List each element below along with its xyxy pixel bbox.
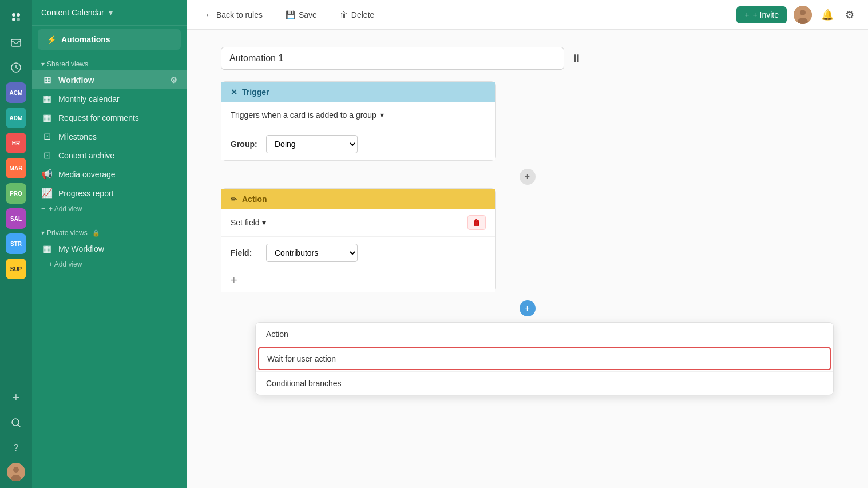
lock-icon: 🔒 xyxy=(92,229,100,237)
chevron-icon-private: ▾ xyxy=(41,229,45,237)
sidebar-item-milestones[interactable]: ⊡ Milestones xyxy=(32,127,187,146)
sidebar-item-my-workflow[interactable]: ▦ My Workflow xyxy=(32,239,187,258)
trigger-block-header: ✕ Trigger xyxy=(221,82,495,102)
delete-button[interactable]: 🗑 Delete xyxy=(333,7,381,23)
trigger-type-row[interactable]: Triggers when a card is added to a group… xyxy=(221,102,495,128)
sidebar-item-monthly-calendar[interactable]: ▦ Monthly calendar xyxy=(32,89,187,108)
topbar-right: + + Invite 🔔 ⚙ xyxy=(736,6,857,24)
sidebar-item-media-coverage[interactable]: 📢 Media coverage xyxy=(32,165,187,184)
add-icon: + xyxy=(231,274,237,287)
automations-label: Automations xyxy=(61,35,110,44)
workspace-sal[interactable]: SAL xyxy=(6,208,26,229)
connector-add-btn-blue[interactable]: + xyxy=(520,300,536,316)
pause-icon: ⏸ xyxy=(571,52,582,65)
user-avatar-topbar[interactable] xyxy=(794,6,812,24)
connector-blue: + xyxy=(221,297,834,320)
logo-icon[interactable] xyxy=(6,7,26,27)
action-block: ✏ Action Set field ▾ 🗑 Field: xyxy=(221,188,496,292)
connector-gray: + xyxy=(221,165,834,188)
workspace-sup[interactable]: SUP xyxy=(6,259,26,279)
action-type-row[interactable]: Set field ▾ 🗑 xyxy=(221,209,495,236)
workspace-acm[interactable]: ACM xyxy=(6,82,26,103)
dropdown-item-wait-user-action[interactable]: Wait for user action xyxy=(258,347,831,370)
workspace-pro[interactable]: PRO xyxy=(6,183,26,204)
user-avatar-rail[interactable] xyxy=(7,463,25,481)
connector-add-btn-gray[interactable]: + xyxy=(520,169,536,185)
back-to-rules-button[interactable]: ← Back to rules xyxy=(198,7,269,23)
workspace-mar[interactable]: MAR xyxy=(6,158,26,178)
bell-icon-button[interactable]: 🔔 xyxy=(819,6,836,23)
trigger-group-select[interactable]: Doing To Do Done In Review xyxy=(266,135,358,153)
pause-button[interactable]: ⏸ xyxy=(571,52,582,65)
action-dropdown-arrow: ▾ xyxy=(262,218,266,227)
settings-icon-button[interactable]: ⚙ xyxy=(843,6,857,23)
save-icon: 💾 xyxy=(286,10,295,19)
workspace-adm[interactable]: ADM xyxy=(6,108,26,128)
svg-point-6 xyxy=(12,419,19,426)
sidebar-header[interactable]: Content Calendar ▾ xyxy=(32,0,187,26)
topbar: ← Back to rules 💾 Save 🗑 Delete + + Invi… xyxy=(187,0,868,30)
topbar-left: ← Back to rules 💾 Save 🗑 Delete xyxy=(198,7,725,23)
add-private-view-icon: + xyxy=(41,260,45,268)
dropdown-item-conditional-branches[interactable]: Conditional branches xyxy=(256,372,833,395)
invite-button[interactable]: + + Invite xyxy=(736,6,787,23)
chevron-icon: ▾ xyxy=(41,60,45,68)
svg-point-8 xyxy=(13,467,19,473)
automations-item[interactable]: ⚡ Automations xyxy=(38,29,181,50)
inbox-icon[interactable] xyxy=(6,32,26,53)
workspace-str[interactable]: STR xyxy=(6,233,26,254)
svg-point-1 xyxy=(17,13,20,17)
sidebar-chevron: ▾ xyxy=(109,8,113,17)
sidebar: Content Calendar ▾ ⚡ Automations ▾ Share… xyxy=(32,0,187,488)
trigger-dropdown-arrow: ▾ xyxy=(380,110,384,120)
back-arrow-icon: ← xyxy=(205,10,213,19)
media-coverage-icon: 📢 xyxy=(41,169,53,180)
delete-icon: 🗑 xyxy=(340,10,348,19)
add-action-field-button[interactable]: + xyxy=(221,269,495,292)
bolt-icon: ⚡ xyxy=(47,35,57,44)
add-private-view[interactable]: + + Add view xyxy=(32,258,187,273)
sidebar-item-content-archive[interactable]: ⊡ Content archive xyxy=(32,146,187,165)
save-button[interactable]: 💾 Save xyxy=(279,7,324,23)
main-area: ← Back to rules 💾 Save 🗑 Delete + + Invi… xyxy=(187,0,868,488)
automation-name-row: ⏸ xyxy=(221,47,834,70)
clock-icon[interactable] xyxy=(6,57,26,78)
trigger-block-body: Triggers when a card is added to a group… xyxy=(221,102,495,160)
add-workspace-icon[interactable]: + xyxy=(6,387,26,408)
workspace-hr[interactable]: HR xyxy=(6,133,26,153)
workflow-icon: ⊞ xyxy=(41,74,53,85)
dropdown-divider xyxy=(256,346,833,346)
content-archive-icon: ⊡ xyxy=(41,150,53,161)
trigger-icon: ✕ xyxy=(231,88,237,97)
action-field-row: Field: Contributors Assignee Status Due … xyxy=(221,236,495,269)
search-icon[interactable] xyxy=(6,412,26,433)
add-shared-view[interactable]: + + Add view xyxy=(32,203,187,217)
action-field-select[interactable]: Contributors Assignee Status Due Date xyxy=(266,244,358,262)
delete-action-button[interactable]: 🗑 xyxy=(467,215,486,230)
shared-views-section: ▾ Shared views ⊞ Workflow ⚙ ▦ Monthly ca… xyxy=(32,53,187,222)
sidebar-item-workflow[interactable]: ⊞ Workflow ⚙ xyxy=(32,70,187,89)
request-comments-icon: ▦ xyxy=(41,112,53,123)
sidebar-item-request-comments[interactable]: ▦ Request for comments xyxy=(32,108,187,127)
action-block-header: ✏ Action xyxy=(221,189,495,209)
action-icon: ✏ xyxy=(231,195,237,204)
add-step-dropdown: Action Wait for user action Conditional … xyxy=(255,322,834,395)
trash-icon: 🗑 xyxy=(473,218,481,227)
add-view-icon: + xyxy=(41,205,45,213)
icon-rail: ACM ADM HR MAR PRO SAL STR SUP + ? xyxy=(0,0,32,488)
svg-point-2 xyxy=(12,18,15,21)
workflow-settings-icon[interactable]: ⚙ xyxy=(170,76,177,85)
private-views-section: ▾ Private views 🔒 ▦ My Workflow + + Add … xyxy=(32,222,187,277)
svg-point-0 xyxy=(12,13,15,17)
sidebar-item-progress-report[interactable]: 📈 Progress report xyxy=(32,184,187,203)
private-views-label[interactable]: ▾ Private views 🔒 xyxy=(32,227,187,239)
action-type-dropdown[interactable]: Set field ▾ xyxy=(231,218,266,227)
automation-name-input[interactable] xyxy=(221,47,564,70)
progress-report-icon: 📈 xyxy=(41,188,53,199)
trigger-group-row: Group: Doing To Do Done In Review xyxy=(221,128,495,160)
help-icon[interactable]: ? xyxy=(6,438,26,458)
svg-point-3 xyxy=(17,18,20,21)
invite-icon: + xyxy=(744,10,749,19)
shared-views-label[interactable]: ▾ Shared views xyxy=(32,58,187,70)
dropdown-item-action[interactable]: Action xyxy=(256,323,833,346)
